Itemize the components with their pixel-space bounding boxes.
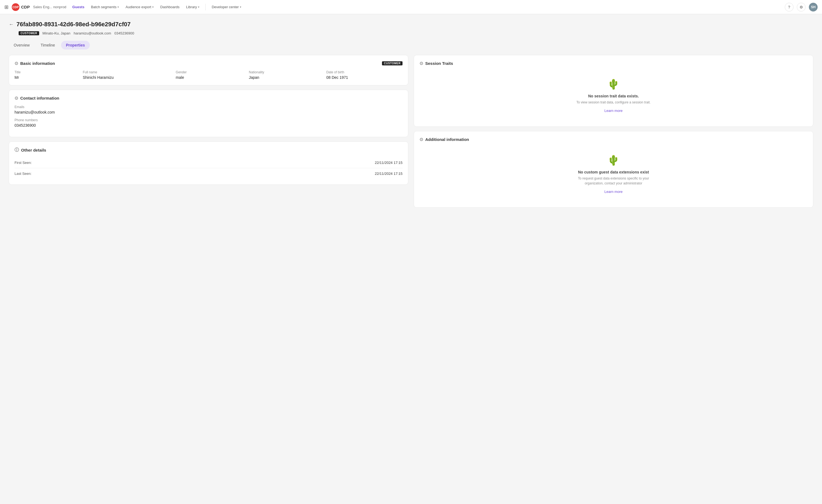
- other-details-card: ⓘ Other details First Seen: 22/11/2024 1…: [9, 141, 408, 185]
- left-column: ⊙ Basic information CUSTOMER Title Mr Fu…: [9, 55, 408, 208]
- meta-location: Minato-Ku, Japan: [42, 31, 70, 35]
- chevron-down-icon: ▾: [240, 5, 241, 8]
- logo-text: CDP: [21, 5, 30, 9]
- basic-info-card: ⊙ Basic information CUSTOMER Title Mr Fu…: [9, 55, 408, 85]
- session-traits-empty: 🌵 No session trait data exists. To view …: [419, 70, 807, 121]
- card-header: ⊙ Additional information: [419, 137, 807, 142]
- nav-items: Guests Batch segments ▾ Audience export …: [69, 3, 244, 11]
- chevron-down-icon: ▾: [117, 5, 119, 8]
- card-title: ⊙ Additional information: [419, 137, 469, 142]
- nav-item-guests[interactable]: Guests: [69, 3, 87, 11]
- dob-field: Date of birth 08 Dec 1971: [326, 70, 403, 80]
- page-title: 76fab890-8931-42d6-98ed-b96e29d7cf07: [16, 21, 131, 28]
- basic-info-badge: CUSTOMER: [382, 61, 403, 65]
- additional-icon: ⊙: [419, 137, 423, 142]
- title-field: Title Mr: [15, 70, 75, 80]
- session-traits-card: ⊙ Session Traits 🌵 No session trait data…: [414, 55, 813, 127]
- meta-email: haramizu@outlook.com: [74, 31, 111, 35]
- org-label: Sales Eng... nonprod: [33, 5, 66, 9]
- session-traits-learn-more[interactable]: Learn more: [604, 109, 623, 113]
- nav-item-batch-segments[interactable]: Batch segments ▾: [88, 3, 121, 11]
- card-header: ⊙ Session Traits: [419, 61, 807, 66]
- grid-icon[interactable]: ⊞: [4, 4, 8, 10]
- contact-info-card: ⊙ Contact information Emails haramizu@ou…: [9, 90, 408, 137]
- details-icon: ⓘ: [15, 147, 19, 153]
- settings-button[interactable]: ⚙: [797, 3, 806, 11]
- meta-phone: 0345236900: [114, 31, 134, 35]
- nav-item-audience-export[interactable]: Audience export ▾: [123, 3, 156, 11]
- nav-item-dashboards[interactable]: Dashboards: [157, 3, 182, 11]
- page-content: ← 76fab890-8931-42d6-98ed-b96e29d7cf07 C…: [0, 14, 822, 214]
- nationality-field: Nationality Japan: [249, 70, 319, 80]
- cactus-icon: 🌵: [607, 79, 620, 90]
- tab-timeline[interactable]: Timeline: [36, 41, 60, 50]
- card-header: ⊙ Contact information: [15, 95, 403, 101]
- help-button[interactable]: ?: [785, 3, 794, 11]
- additional-info-card: ⊙ Additional information 🌵 No custom gue…: [414, 131, 813, 208]
- right-column: ⊙ Session Traits 🌵 No session trait data…: [414, 55, 813, 208]
- first-seen-row: First Seen: 22/11/2024 17:15: [15, 157, 403, 168]
- chevron-down-icon: ▾: [152, 5, 153, 8]
- card-title: ⓘ Other details: [15, 147, 46, 153]
- last-seen-row: Last Seen: 22/11/2024 17:15: [15, 168, 403, 179]
- customer-meta: CUSTOMER Minato-Ku, Japan haramizu@outlo…: [19, 31, 813, 35]
- topnav-right: ? ⚙ SH: [785, 3, 818, 11]
- additional-info-empty: 🌵 No custom guest data extensions exist …: [419, 146, 807, 202]
- info-icon: ⊙: [15, 61, 18, 66]
- gender-field: Gender male: [176, 70, 241, 80]
- card-title: ⊙ Session Traits: [419, 61, 453, 66]
- contact-icon: ⊙: [15, 95, 18, 101]
- logo[interactable]: CDP CDP: [12, 3, 30, 11]
- card-header: ⓘ Other details: [15, 147, 403, 153]
- avatar[interactable]: SH: [809, 3, 818, 11]
- fullname-field: Full name Shinichi Haramizu: [83, 70, 168, 80]
- back-button[interactable]: ←: [9, 22, 14, 27]
- card-title: ⊙ Basic information: [15, 61, 55, 66]
- top-navigation: ⊞ CDP CDP Sales Eng... nonprod Guests Ba…: [0, 0, 822, 14]
- chevron-down-icon: ▾: [198, 5, 199, 8]
- session-icon: ⊙: [419, 61, 423, 66]
- card-title: ⊙ Contact information: [15, 95, 59, 101]
- nav-item-developer-center[interactable]: Developer center ▾: [209, 3, 244, 11]
- customer-badge: CUSTOMER: [19, 31, 39, 35]
- additional-info-learn-more[interactable]: Learn more: [604, 190, 623, 194]
- breadcrumb-row: ← 76fab890-8931-42d6-98ed-b96e29d7cf07: [9, 21, 813, 28]
- card-header: ⊙ Basic information CUSTOMER: [15, 61, 403, 66]
- main-grid: ⊙ Basic information CUSTOMER Title Mr Fu…: [9, 55, 813, 208]
- tabs: Overview Timeline Properties: [9, 41, 813, 50]
- nav-item-library[interactable]: Library ▾: [183, 3, 202, 11]
- emails-section: Emails haramizu@outlook.com: [15, 105, 403, 114]
- tab-overview[interactable]: Overview: [9, 41, 34, 50]
- tab-properties[interactable]: Properties: [61, 41, 90, 50]
- phones-section: Phone numbers 0345236900: [15, 118, 403, 128]
- cactus-icon: 🌵: [607, 155, 620, 166]
